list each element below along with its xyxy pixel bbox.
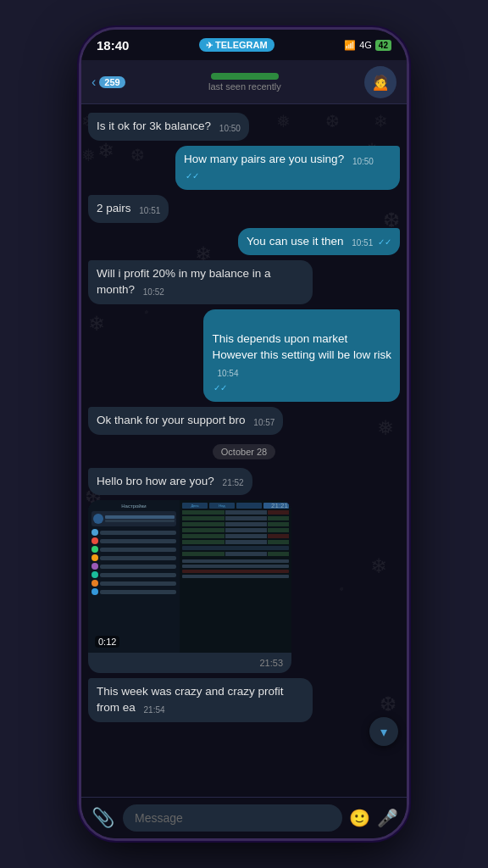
chat-header: ‹ 259 last seen recently 🙍 xyxy=(81,60,407,104)
message-row: How many pairs are you using? 10:50 ✓✓ xyxy=(88,146,400,190)
media-bubble[interactable]: Настройки xyxy=(88,500,291,673)
message-row: Will i profit 20% in my balance in a mon… xyxy=(88,260,400,304)
input-area: 📎 🙂 🎤 xyxy=(81,797,407,838)
cell xyxy=(182,522,225,526)
profile-avatar xyxy=(93,514,103,524)
media-content: Настройки xyxy=(88,500,291,653)
video-profile xyxy=(92,511,176,526)
video-right-panel: День Нед xyxy=(180,500,291,653)
list-text xyxy=(100,590,176,594)
phone-frame: 18:40 ✈ TELEGRAM 📶 4G 42 ‹ 259 last seen… xyxy=(79,27,409,841)
cell xyxy=(225,510,268,515)
message-time: 21:54 xyxy=(144,705,165,715)
video-list-row xyxy=(92,554,176,561)
message-row: Ok thank for your support bro 10:57 xyxy=(88,407,400,435)
list-icon xyxy=(92,563,98,570)
list-icon xyxy=(92,554,98,561)
tab: Нед xyxy=(209,503,235,509)
list-text xyxy=(100,539,176,543)
network-label: 4G xyxy=(359,40,372,50)
table-row xyxy=(182,522,289,526)
contact-status: last seen recently xyxy=(134,81,356,92)
signal-icon: 📶 xyxy=(344,40,356,51)
table-row xyxy=(182,552,289,556)
contact-info: last seen recently xyxy=(134,73,356,92)
status-time: 18:40 xyxy=(97,38,129,53)
message-bubble: 2 pairs 10:51 xyxy=(88,195,169,223)
list-text xyxy=(100,565,176,569)
table-row xyxy=(182,534,289,538)
list-text xyxy=(100,581,176,586)
list-text xyxy=(100,548,176,552)
cell xyxy=(225,540,268,544)
message-bubble: You can use it then 10:51 ✓✓ xyxy=(238,228,400,256)
table-row xyxy=(182,516,289,520)
list-text xyxy=(100,573,176,577)
cell xyxy=(182,528,225,532)
telegram-icon: ✈ xyxy=(206,41,213,50)
media-send-time: 21:53 xyxy=(88,653,291,673)
list-text xyxy=(100,531,176,535)
status-right: 📶 4G 42 xyxy=(344,40,391,51)
cell-red xyxy=(268,510,289,515)
cell-green xyxy=(268,528,289,532)
list-icon xyxy=(92,588,98,595)
video-list-row xyxy=(92,580,176,587)
message-bubble: Ok thank for your support bro 10:57 xyxy=(88,407,283,435)
status-center: ✈ TELEGRAM xyxy=(199,38,274,52)
message-input[interactable] xyxy=(123,804,342,832)
list-icon xyxy=(92,571,98,578)
message-bubble: Is it ok for 3k balance? 10:50 xyxy=(88,113,249,141)
video-list-row xyxy=(92,588,176,595)
video-list-row xyxy=(92,529,176,536)
cell xyxy=(182,534,225,538)
message-time: 21:53 xyxy=(259,658,283,668)
message-text: Will i profit 20% in my balance in a mon… xyxy=(97,267,271,296)
message-text: Ok thank for your support bro xyxy=(97,414,246,426)
video-duration: 0:12 xyxy=(95,636,119,648)
summary-row-red xyxy=(182,570,289,573)
profile-sub-bar xyxy=(105,520,175,522)
video-list-row xyxy=(92,571,176,578)
message-text: This week was crazy and crazy profit fro… xyxy=(97,685,284,714)
emoji-button[interactable]: 🙂 xyxy=(349,808,370,828)
message-text: This depends upon market However this se… xyxy=(212,332,391,361)
telegram-badge: ✈ TELEGRAM xyxy=(199,38,274,52)
video-list-row xyxy=(92,537,176,544)
balance-row xyxy=(182,546,289,550)
date-label: October 28 xyxy=(213,444,275,459)
attach-button[interactable]: 📎 xyxy=(90,805,116,831)
summary-section xyxy=(182,559,289,578)
cell xyxy=(182,540,225,544)
message-time: 10:54 xyxy=(217,369,238,378)
message-text: 2 pairs xyxy=(97,202,131,214)
date-separator: October 28 xyxy=(88,443,400,459)
read-receipt-icon: ✓✓ xyxy=(378,237,391,247)
message-row: You can use it then 10:51 ✓✓ xyxy=(88,228,400,256)
message-time: 10:51 xyxy=(352,238,373,248)
avatar[interactable]: 🙍 xyxy=(364,66,396,98)
chat-area[interactable]: ❄ ❅ ❆ ❄ ❅ ❆ ❄ ❅ ❆ ❄ ❅ ❆ Is it ok for 3k … xyxy=(81,104,407,797)
status-bar: 18:40 ✈ TELEGRAM 📶 4G 42 xyxy=(81,30,407,60)
message-bubble: How many pairs are you using? 10:50 ✓✓ xyxy=(175,146,400,190)
list-icon xyxy=(92,537,98,544)
back-button[interactable]: ‹ 259 xyxy=(92,75,125,90)
message-row: Hello bro how are you? 21:52 xyxy=(88,468,400,496)
video-time-overlay: 21:21 xyxy=(271,502,288,509)
message-time: 10:50 xyxy=(219,124,241,133)
table-row xyxy=(182,510,289,515)
settings-label: Настройки xyxy=(92,504,176,509)
telegram-label: TELEGRAM xyxy=(215,40,268,50)
message-row: Is it ok for 3k balance? 10:50 xyxy=(88,113,400,141)
scroll-down-button[interactable]: ▾ xyxy=(369,717,398,746)
table-row xyxy=(182,528,289,532)
message-text: Is it ok for 3k balance? xyxy=(97,120,211,132)
cell-green xyxy=(268,540,289,544)
message-time: 10:51 xyxy=(139,206,160,215)
list-text xyxy=(100,556,176,560)
message-time: 10:52 xyxy=(143,287,164,297)
message-bubble: Hello bro how are you? 21:52 xyxy=(88,468,252,496)
media-message-row: Настройки xyxy=(88,500,400,673)
list-icon xyxy=(92,529,98,536)
microphone-button[interactable]: 🎤 xyxy=(377,808,398,828)
